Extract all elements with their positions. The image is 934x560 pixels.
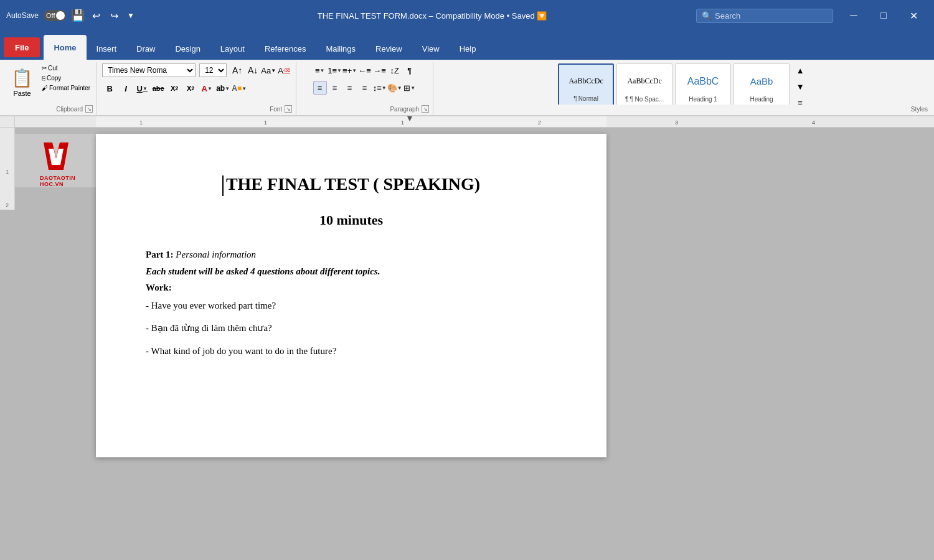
minimize-button[interactable]: ─ [839,6,868,25]
page-subtitle: 10 minutes [146,210,557,230]
change-case-button[interactable]: Aa▼ [262,63,275,77]
tab-layout[interactable]: Layout [210,37,255,60]
logo-text: DAOTAOTINHOC.VN [40,175,77,187]
increase-indent-button[interactable]: →≡ [373,63,387,77]
line-spacing-button[interactable]: ↕≡▼ [373,81,387,95]
sort-button[interactable]: ↕Z [388,63,402,77]
shading-button[interactable]: A■▼ [232,81,247,96]
numbering-button[interactable]: 1≡▼ [328,63,342,77]
copy-label: Copy [47,75,61,82]
font-group-content: Times New Roma 12 A↑ A↓ Aa▼ A⌫ B I U▼ [102,63,291,104]
font-family-select[interactable]: Times New Roma [102,63,196,77]
style-heading2[interactable]: AaBb Heading [734,63,790,105]
clipboard-expand-button[interactable]: ↘ [85,105,93,113]
increase-font-button[interactable]: A↑ [230,63,244,77]
show-formatting-button[interactable]: ¶ [403,63,417,77]
superscript-button[interactable]: X2 [183,81,198,96]
filename: THE FINAL TEST FORM.docx [318,11,427,21]
tab-file[interactable]: File [4,37,40,57]
customize-qat-button[interactable]: ▼ [126,10,136,21]
font-color-button[interactable]: A▼ [199,81,214,96]
paste-button[interactable]: 📋 Paste [6,63,38,101]
question-1-vn: - Bạn đã từng đi làm thêm chưa? [146,321,557,335]
copy-button[interactable]: ⎘ Copy [39,73,93,83]
style-no-space-label: ¶ ¶ No Spac... [625,96,664,103]
part1-bold: Part 1: [146,250,174,259]
font-expand-button[interactable]: ↘ [285,105,292,113]
autosave-toggle[interactable]: Off [44,10,66,21]
justify-button[interactable]: ≡ [358,81,372,95]
font-size-select[interactable]: 12 [199,63,227,77]
style-no-space[interactable]: AaBbCcDc ¶ ¶ No Spac... [616,63,672,105]
tab-references[interactable]: References [255,37,316,60]
align-left-button[interactable]: ≡ [313,81,327,95]
svg-text:1: 1 [401,119,404,126]
window-controls: ─ □ ✕ [839,6,928,25]
bullets-button[interactable]: ≡▼ [313,63,327,77]
document-page[interactable]: THE FINAL TEST ( SPEAKING) 10 minutes Pa… [96,134,606,457]
ruler-left: 1 2 [0,128,15,210]
svg-text:1: 1 [264,119,267,126]
underline-button[interactable]: U▼ [134,81,149,96]
borders-button[interactable]: ⊞▼ [403,81,417,95]
tab-view[interactable]: View [412,37,450,60]
font-group: Times New Roma 12 A↑ A↓ Aa▼ A⌫ B I U▼ [97,62,296,115]
highlight-button[interactable]: ab▼ [215,81,230,96]
save-icon[interactable]: 💾 [71,9,85,22]
cut-button[interactable]: ✂ Cut [39,63,93,73]
strikethrough-button[interactable]: abc [151,81,166,96]
svg-text:1: 1 [139,119,143,126]
style-heading1[interactable]: AaBbC Heading 1 [675,63,731,105]
close-button[interactable]: ✕ [899,6,928,25]
undo-button[interactable]: ↩ [90,9,103,23]
decrease-indent-button[interactable]: ←≡ [358,63,372,77]
align-right-button[interactable]: ≡ [343,81,357,95]
tab-draw[interactable]: Draw [126,37,165,60]
toggle-knob [56,11,65,20]
maximize-button[interactable]: □ [869,6,898,25]
styles-label: Styles [911,105,928,114]
ruler-top: 1 1 1 2 3 4 [15,116,934,128]
left-margin: DAOTAOTINHOC.VN [15,134,96,187]
style-heading1-preview: AaBbC [678,67,728,96]
style-normal[interactable]: AaBbCcDc ¶ Normal [558,63,614,105]
saved-chevron[interactable]: 🔽 [537,11,547,21]
tab-home[interactable]: Home [44,35,86,60]
tab-mailings[interactable]: Mailings [316,37,366,60]
logo-icon [40,140,72,172]
search-icon: 🔍 [702,11,712,21]
styles-up-button[interactable]: ▲ [793,63,807,77]
cursor [222,175,224,197]
styles-row: AaBbCcDc ¶ Normal AaBbCcDc ¶ ¶ No Spac..… [558,63,807,105]
style-heading1-label: Heading 1 [689,96,717,103]
paragraph-row2: ≡ ≡ ≡ ≡ ↕≡▼ 🎨▼ ⊞▼ [313,81,417,95]
clear-format-button[interactable]: A⌫ [277,63,291,77]
shading-para-button[interactable]: 🎨▼ [388,81,402,95]
styles-more-button[interactable]: ≡ [793,96,807,105]
align-center-button[interactable]: ≡ [328,81,342,95]
italic-button[interactable]: I [118,81,133,96]
tab-design[interactable]: Design [165,37,210,60]
subscript-button[interactable]: X2 [167,81,182,96]
decrease-font-button[interactable]: A↓ [246,63,260,77]
title-bar: AutoSave Off 💾 ↩ ↪ ▼ THE FINAL TEST FORM… [0,0,934,31]
redo-button[interactable]: ↪ [108,9,121,23]
doc-main: 1 1 1 2 3 4 [15,116,934,560]
format-painter-button[interactable]: 🖌 Format Painter [39,83,93,93]
paste-icon: 📋 [11,68,33,88]
title-sep2: • [507,11,512,21]
tab-help[interactable]: Help [450,37,486,60]
bold-button[interactable]: B [102,81,117,96]
page-title: THE FINAL TEST ( SPEAKING) [146,171,557,197]
doc-scroll[interactable]: DAOTAOTINHOC.VN THE FINAL TEST ( SPEAKIN… [15,128,934,560]
styles-down-button[interactable]: ▼ [793,80,807,93]
multilevel-button[interactable]: ≡+▼ [343,63,357,77]
paragraph-expand-button[interactable]: ↘ [422,105,429,113]
question-2: - What kind of job do you want to do in … [146,344,557,358]
tab-review[interactable]: Review [366,37,412,60]
search-box[interactable]: 🔍 Search [696,9,833,23]
copy-icon: ⎘ [42,75,45,82]
tab-insert[interactable]: Insert [87,37,127,60]
paragraph-label: Paragraph ↘ [390,104,429,114]
font-label: Font ↘ [270,104,292,114]
